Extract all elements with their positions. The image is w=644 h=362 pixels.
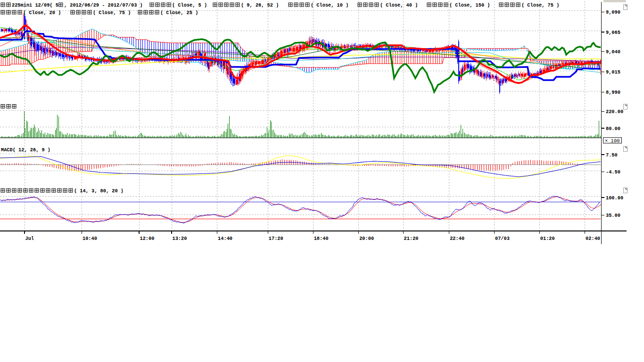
- svg-text:100.00: 100.00: [606, 195, 623, 201]
- svg-text:9,090: 9,090: [606, 9, 620, 15]
- svg-text:220.00: 220.00: [606, 109, 623, 115]
- svg-text:Jul: Jul: [25, 236, 34, 241]
- svg-text:21:20: 21:20: [404, 236, 419, 241]
- svg-text:17:20: 17:20: [269, 236, 283, 241]
- svg-text:( Close, 20 ): ( Close, 20 ): [23, 10, 61, 16]
- svg-text:7.50: 7.50: [606, 152, 618, 158]
- svg-text:( Close, 10 ): ( Close, 10 ): [311, 2, 348, 8]
- svg-text:9,040: 9,040: [606, 49, 620, 55]
- svg-text:8,990: 8,990: [606, 90, 620, 95]
- svg-text:( Close, 150 ): ( Close, 150 ): [449, 2, 490, 8]
- svg-text:, 2012/06/29 - 2012/07/03 ): , 2012/06/29 - 2012/07/03 ): [64, 2, 143, 8]
- svg-text:10:40: 10:40: [83, 236, 97, 241]
- svg-text:12:00: 12:00: [140, 236, 155, 241]
- svg-text:( Close, 75 ): ( Close, 75 ): [521, 2, 559, 8]
- svg-text:9,015: 9,015: [606, 69, 620, 75]
- svg-text:( Close, 25 ): ( Close, 25 ): [160, 10, 198, 16]
- svg-text:01:20: 01:20: [540, 236, 555, 241]
- svg-text:20:00: 20:00: [359, 236, 374, 241]
- svg-text:-4.50: -4.50: [606, 169, 620, 175]
- svg-text:22:40: 22:40: [450, 236, 464, 241]
- svg-text:( 14, 3, 80, 20 ): ( 14, 3, 80, 20 ): [74, 188, 124, 194]
- svg-text:35.00: 35.00: [606, 213, 620, 218]
- svg-text:13:20: 13:20: [173, 236, 187, 241]
- svg-text:02:40: 02:40: [586, 236, 600, 241]
- svg-text:( Close, 5 ): ( Close, 5 ): [172, 2, 207, 8]
- svg-text:18:40: 18:40: [314, 236, 329, 241]
- svg-text:07/03: 07/03: [495, 236, 510, 241]
- svg-text:9,065: 9,065: [606, 30, 620, 35]
- svg-text:80.00: 80.00: [606, 126, 620, 132]
- svg-text:( 9, 26, 52 ): ( 9, 26, 52 ): [241, 2, 279, 8]
- svg-text:( Close, 75 ): ( Close, 75 ): [93, 10, 131, 16]
- svg-text:( Close, 40 ): ( Close, 40 ): [380, 2, 418, 8]
- svg-text:14:40: 14:40: [218, 236, 232, 241]
- svg-text:× 100: × 100: [605, 138, 620, 144]
- svg-text:225mini 12/09( 5: 225mini 12/09( 5: [12, 2, 58, 8]
- svg-text:MACD( 12, 26, 9 ): MACD( 12, 26, 9 ): [1, 147, 50, 153]
